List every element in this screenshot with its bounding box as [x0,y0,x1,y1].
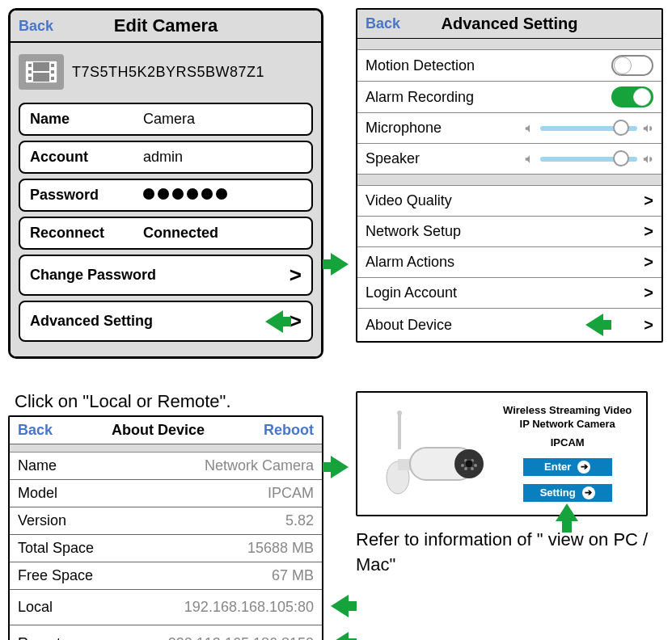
motion-detection-row[interactable]: Motion Detection [357,50,661,82]
name-label: Name [30,111,143,128]
motion-detection-label: Motion Detection [366,57,475,74]
svg-point-19 [465,460,473,468]
about-version-label: Version [18,512,66,529]
about-total-space-label: Total Space [18,540,94,557]
login-account-row[interactable]: Login Account > [357,278,661,309]
alarm-actions-row[interactable]: Alarm Actions > [357,247,661,278]
about-local-value: 192.168.168.105:80 [184,599,314,616]
device-id: T7S5TH5K2BYRS5BW87Z1 [72,64,264,81]
reconnect-value: Connected [143,225,218,242]
about-remote-row[interactable]: Remote 220.113.165.186:8150 [10,625,322,640]
setting-button[interactable]: Setting ➔ [523,484,612,502]
motion-detection-toggle[interactable] [611,55,653,76]
back-button[interactable]: Back [366,15,400,32]
alarm-recording-label: Alarm Recording [366,89,474,106]
edit-camera-panel: Back Edit Camera T7S5TH5K2BYRS5BW87Z1 Na… [8,8,323,359]
about-name-row: Name Network Camera [10,453,322,480]
svg-rect-2 [28,70,32,74]
about-local-row[interactable]: Local 192.168.168.105:80 [10,590,322,625]
page-title: About Device [112,422,205,439]
about-total-space-row: Total Space 15688 MB [10,535,322,562]
volume-high-icon [642,123,653,134]
chevron-right-icon: > [644,284,653,302]
svg-rect-6 [51,77,54,80]
edit-camera-header: Back Edit Camera [11,11,321,43]
alarm-recording-toggle[interactable] [611,86,653,107]
about-device-row[interactable]: About Device > [357,309,661,341]
volume-high-icon [642,154,653,165]
enter-button[interactable]: Enter ➔ [523,458,612,476]
name-value: Camera [143,111,195,128]
network-setup-row[interactable]: Network Setup > [357,217,661,247]
network-setup-label: Network Setup [366,223,461,240]
back-button[interactable]: Back [18,422,53,439]
camera-product-title: Wireless Streaming Video IP Network Came… [503,404,632,432]
name-field[interactable]: Name Camera [19,103,313,136]
volume-low-icon [524,154,535,165]
svg-point-21 [471,467,474,470]
microphone-slider[interactable] [540,126,637,131]
chevron-right-icon: > [644,192,653,210]
about-free-space-label: Free Space [18,567,93,584]
camera-image [366,409,495,498]
page-title: Edit Camera [114,15,218,36]
svg-rect-1 [28,64,32,67]
alarm-recording-row[interactable]: Alarm Recording [357,82,661,113]
speaker-label: Speaker [366,150,420,167]
advanced-header: Back Advanced Setting [357,10,661,39]
highlight-arrow-icon [265,310,283,333]
chevron-right-icon: > [644,222,653,241]
password-field[interactable]: Password [19,179,313,212]
speaker-slider[interactable] [540,157,637,162]
arrow-right-icon: ➔ [582,486,595,499]
change-password-row[interactable]: Change Password > [19,255,313,296]
svg-rect-7 [33,62,49,71]
account-field[interactable]: Account admin [19,141,313,174]
about-version-value: 5.82 [285,512,314,529]
account-value: admin [143,149,183,166]
microphone-row[interactable]: Microphone [357,113,661,144]
reconnect-field[interactable]: Reconnect Connected [19,217,313,250]
enter-button-label: Enter [544,461,571,473]
flow-arrow [323,367,356,640]
section-spacer [357,175,661,186]
section-spacer [357,39,661,50]
svg-rect-5 [51,70,54,74]
about-model-row: Model IPCAM [10,480,322,507]
chevron-right-icon: > [644,253,653,272]
svg-rect-8 [33,73,49,82]
about-model-value: IPCAM [268,485,314,502]
svg-point-18 [474,464,477,467]
about-free-space-value: 67 MB [272,567,314,584]
about-remote-label: Remote [18,635,69,641]
arrow-right-icon [331,253,349,276]
arrow-left-icon [331,595,349,617]
account-label: Account [30,149,143,166]
advanced-setting-row[interactable]: Advanced Setting > [19,301,313,342]
advanced-setting-panel: Back Advanced Setting Motion Detection A… [356,8,663,343]
microphone-label: Microphone [366,120,442,137]
password-label: Password [30,187,143,204]
setting-button-label: Setting [540,486,576,499]
highlight-arrow-icon [585,314,603,336]
section-spacer [10,444,322,453]
alarm-actions-label: Alarm Actions [366,254,454,271]
instruction-text: Click on "Local or Remote". [15,391,323,412]
arrow-right-icon: ➔ [577,461,590,474]
film-icon [19,54,64,90]
reboot-button[interactable]: Reboot [264,422,314,439]
camera-model: IPCAM [551,436,585,448]
speaker-row[interactable]: Speaker [357,144,661,175]
video-quality-row[interactable]: Video Quality > [357,186,661,217]
chevron-right-icon: > [290,309,302,334]
svg-rect-4 [51,64,54,67]
about-local-label: Local [18,599,53,616]
video-quality-label: Video Quality [366,192,452,209]
chevron-right-icon: > [644,316,653,335]
about-free-space-row: Free Space 67 MB [10,562,322,590]
page-title: Advanced Setting [442,15,578,33]
arrow-right-icon [331,456,349,478]
advanced-setting-label: Advanced Setting [30,313,153,330]
svg-rect-3 [28,77,32,80]
back-button[interactable]: Back [19,18,53,35]
